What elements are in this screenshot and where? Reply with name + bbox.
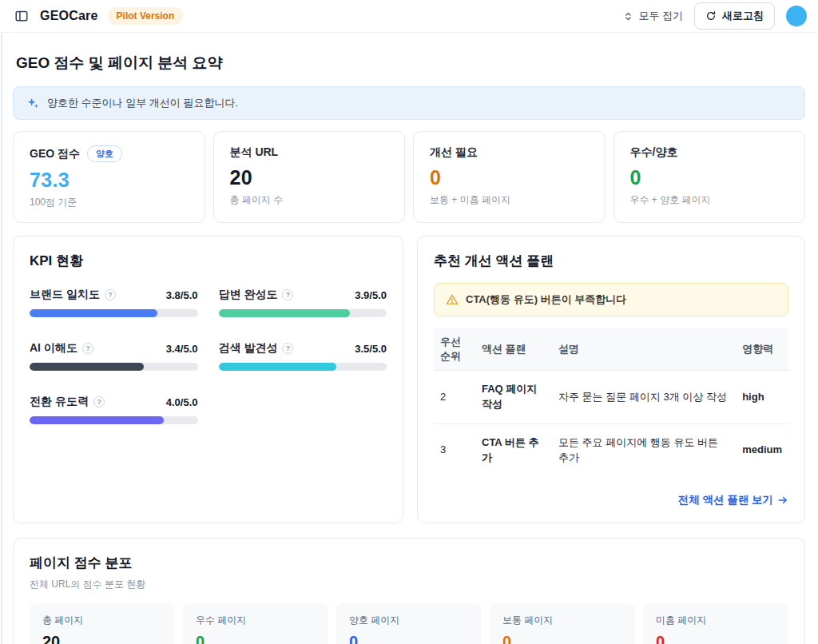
action-plan-card: 추천 개선 액션 플랜 CTA(행동 유도) 버튼이 부족합니다 우선순위 액션… (417, 236, 805, 523)
kpi-label: 답변 완성도 ? (219, 288, 294, 302)
dist-label: 보통 페이지 (502, 614, 622, 627)
dist-value: 0 (502, 633, 622, 644)
column-header-priority: 우선순위 (434, 328, 475, 371)
stat-card-needs-improvement: 개선 필요 0 보통 + 미흡 페이지 (413, 131, 606, 223)
refresh-icon (705, 10, 717, 22)
stat-label: 개선 필요 (430, 145, 478, 160)
table-row: 2 FAQ 페이지 작성 자주 묻는 질문 페이지 3개 이상 작성 high (434, 371, 788, 424)
progress-bar-fill (30, 309, 157, 317)
chevrons-up-down-icon (623, 11, 633, 22)
dist-label: 미흡 페이지 (656, 614, 776, 627)
stat-card-analyzed-url: 분석 URL 20 총 페이지 수 (213, 131, 406, 223)
pilot-version-badge: Pilot Version (108, 7, 184, 25)
progress-bar-fill (30, 416, 164, 424)
sparkles-icon (26, 97, 39, 109)
distribution-cards-row: 총 페이지 20 우수 페이지 0 양호 페이지 0 보통 페이지 0 미흡 페… (30, 603, 788, 644)
help-icon[interactable]: ? (282, 343, 293, 354)
stat-card-geo-score: GEO 점수 양호 73.3 100점 기준 (13, 131, 205, 223)
stat-value: 0 (430, 166, 589, 189)
view-all-action-plans-link[interactable]: 전체 액션 플랜 보기 (678, 493, 788, 507)
kpi-label: 전환 유도력 ? (30, 395, 105, 409)
dist-card-excellent-pages: 우수 페이지 0 (183, 603, 328, 644)
progress-bar-fill (219, 363, 336, 371)
kpi-item-answer-completeness: 답변 완성도 ? 3.9/5.0 (219, 288, 387, 317)
action-plan-title: 추천 개선 액션 플랜 (434, 252, 788, 270)
column-header-plan: 액션 플랜 (475, 328, 552, 371)
progress-bar-fill (30, 363, 144, 371)
banner-message: 양호한 수준이나 일부 개선이 필요합니다. (47, 96, 238, 110)
kpi-label: 브랜드 일치도 ? (30, 288, 116, 302)
stat-value: 73.3 (30, 169, 189, 192)
kpi-title: KPI 현황 (30, 252, 387, 270)
help-icon[interactable]: ? (93, 396, 105, 407)
dist-label: 우수 페이지 (196, 614, 316, 627)
stat-card-excellent-good: 우수/양호 0 우수 + 양호 페이지 (614, 131, 806, 223)
cell-impact: medium (736, 423, 788, 476)
progress-bar (30, 309, 198, 317)
stat-value: 20 (230, 166, 389, 189)
help-icon[interactable]: ? (282, 289, 293, 300)
dist-card-good-pages: 양호 페이지 0 (336, 603, 482, 644)
column-header-impact: 영향력 (736, 328, 788, 371)
table-row: 3 CTA 버튼 추가 모든 주요 페이지에 행동 유도 버튼 추가 mediu… (434, 423, 788, 476)
action-plan-table: 우선순위 액션 플랜 설명 영향력 2 FAQ 페이지 작성 자주 묻는 질문 … (434, 328, 788, 476)
cell-impact: high (736, 371, 788, 424)
kpi-score: 3.8/5.0 (166, 289, 198, 301)
warning-banner: CTA(행동 유도) 버튼이 부족합니다 (434, 283, 788, 316)
cell-description: 모든 주요 페이지에 행동 유도 버튼 추가 (552, 423, 736, 476)
help-icon[interactable]: ? (82, 343, 93, 354)
help-icon[interactable]: ? (105, 289, 116, 300)
page-title: GEO 점수 및 페이지 분석 요약 (16, 53, 802, 74)
cell-plan: CTA 버튼 추가 (475, 423, 552, 476)
kpi-score: 3.4/5.0 (166, 343, 198, 355)
main-content: GEO 점수 및 페이지 분석 요약 양호한 수준이나 일부 개선이 필요합니다… (0, 53, 818, 644)
progress-bar (30, 363, 198, 371)
status-badge: 양호 (87, 145, 122, 162)
stat-label: 우수/양호 (630, 145, 678, 160)
summary-status-banner: 양호한 수준이나 일부 개선이 필요합니다. (13, 86, 805, 120)
dist-value: 0 (349, 633, 469, 644)
dist-card-average-pages: 보통 페이지 0 (490, 603, 635, 644)
collapse-all-label: 모두 접기 (638, 9, 683, 23)
dist-value: 0 (196, 633, 316, 644)
cell-priority: 3 (434, 423, 475, 476)
stat-sub: 우수 + 양호 페이지 (630, 193, 789, 207)
column-header-desc: 설명 (552, 328, 736, 371)
collapse-all-button[interactable]: 모두 접기 (623, 9, 683, 23)
stat-label: 분석 URL (230, 145, 279, 160)
kpi-item-search-discoverability: 검색 발견성 ? 3.5/5.0 (219, 341, 387, 371)
stat-sub: 100점 기준 (30, 196, 189, 209)
kpi-grid: 브랜드 일치도 ? 3.8/5.0 답변 완성도 ? 3.9/5.0 (30, 288, 387, 424)
kpi-item-ai-understanding: AI 이해도 ? 3.4/5.0 (30, 341, 198, 371)
dist-card-poor-pages: 미흡 페이지 0 (643, 603, 788, 644)
app-title: GEOCare (40, 9, 98, 23)
stat-sub: 총 페이지 수 (230, 193, 389, 207)
sidebar-panel-icon (14, 9, 29, 23)
progress-bar (30, 416, 198, 424)
refresh-button[interactable]: 새로고침 (694, 2, 775, 30)
top-bar: GEOCare Pilot Version 모두 접기 새로고침 (0, 0, 818, 33)
dist-label: 총 페이지 (42, 614, 162, 627)
kpi-score: 3.5/5.0 (355, 343, 387, 355)
cell-plan: FAQ 페이지 작성 (475, 371, 552, 424)
kpi-item-brand-match: 브랜드 일치도 ? 3.8/5.0 (30, 288, 198, 317)
sidebar-toggle-button[interactable] (13, 7, 30, 25)
kpi-score: 4.0/5.0 (166, 396, 198, 408)
arrow-right-icon (777, 495, 788, 506)
stat-value: 0 (630, 166, 789, 189)
distribution-title: 페이지 점수 분포 (30, 554, 788, 572)
cell-description: 자주 묻는 질문 페이지 3개 이상 작성 (552, 371, 736, 424)
warning-message: CTA(행동 유도) 버튼이 부족합니다 (466, 292, 626, 307)
page-score-distribution-card: 페이지 점수 분포 전체 URL의 점수 분포 현황 총 페이지 20 우수 페… (13, 538, 805, 644)
warning-triangle-icon (446, 293, 459, 306)
kpi-label: AI 이해도 ? (30, 341, 93, 356)
stat-sub: 보통 + 미흡 페이지 (430, 193, 589, 207)
dist-label: 양호 페이지 (349, 614, 469, 627)
stat-label: GEO 점수 (30, 147, 80, 161)
distribution-subtitle: 전체 URL의 점수 분포 현황 (30, 578, 788, 591)
user-avatar[interactable] (786, 6, 807, 26)
progress-bar (219, 309, 387, 317)
dist-value: 20 (42, 633, 162, 644)
refresh-label: 새로고침 (722, 9, 764, 23)
progress-bar-fill (219, 309, 350, 317)
